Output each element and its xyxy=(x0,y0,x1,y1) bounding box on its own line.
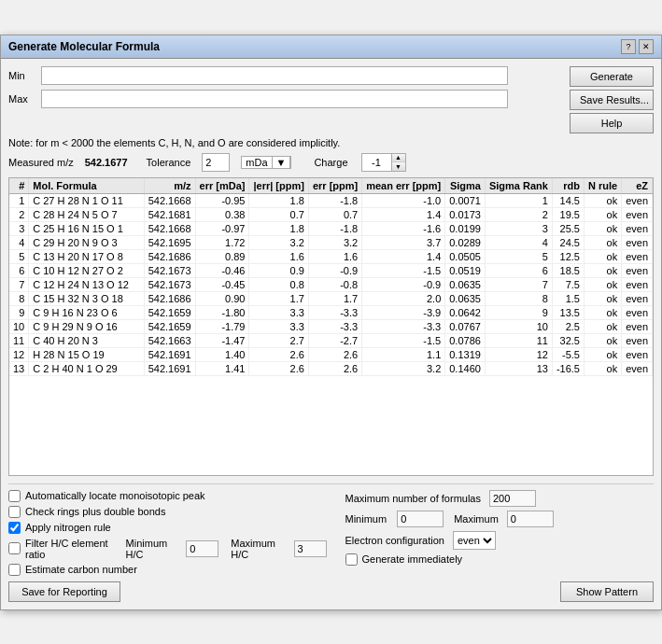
minimum-input[interactable] xyxy=(397,511,444,527)
table-cell: even xyxy=(622,221,653,235)
table-cell: 12 xyxy=(9,347,29,361)
table-cell: 3 xyxy=(485,221,552,235)
table-row[interactable]: 1C 27 H 28 N 1 O 11542.1668-0.951.8-1.8-… xyxy=(9,193,653,207)
table-cell: 1.6 xyxy=(308,249,361,263)
table-cell: 13.5 xyxy=(552,305,584,319)
charge-spinner[interactable]: ▲ ▼ xyxy=(361,153,406,172)
table-cell: 11 xyxy=(9,333,29,347)
rings-double-checkbox[interactable] xyxy=(8,506,21,518)
rings-double-option: Check rings plus double bonds xyxy=(8,506,327,518)
unit-dropdown-arrow[interactable]: ▼ xyxy=(273,157,291,168)
table-cell: ok xyxy=(584,249,621,263)
table-cell: 0.38 xyxy=(195,207,249,221)
col-header-rdb: rdb xyxy=(552,178,584,194)
charge-input[interactable] xyxy=(361,153,391,172)
save-results-button[interactable]: Save Results... xyxy=(570,90,654,110)
table-cell: even xyxy=(622,249,653,263)
table-cell: C 40 H 20 N 3 xyxy=(29,333,144,347)
save-reporting-button[interactable]: Save for Reporting xyxy=(8,581,120,602)
table-cell: -0.9 xyxy=(362,277,445,291)
table-cell: 0.0786 xyxy=(445,333,486,347)
tolerance-input[interactable] xyxy=(202,153,230,172)
table-row[interactable]: 3C 25 H 16 N 15 O 1542.1668-0.971.8-1.8-… xyxy=(9,221,653,235)
content-area: Min Max Generate Save Results... Help No… xyxy=(1,59,661,609)
params-row: Measured m/z 542.1677 Tolerance mDa ▼ Ch… xyxy=(8,153,654,172)
table-row[interactable]: 6C 10 H 12 N 27 O 2542.1673-0.460.9-0.9-… xyxy=(9,263,653,277)
table-cell: ok xyxy=(584,291,621,305)
show-pattern-button[interactable]: Show Pattern xyxy=(560,581,654,602)
table-cell: -1.47 xyxy=(195,333,249,347)
table-cell: -1.5 xyxy=(362,333,445,347)
maximum-input[interactable] xyxy=(507,511,554,527)
table-cell: 542.1691 xyxy=(144,347,195,361)
generate-button[interactable]: Generate xyxy=(570,66,654,87)
filter-hc-checkbox[interactable] xyxy=(8,542,21,554)
table-cell: 1.41 xyxy=(195,361,249,375)
options-section: Automatically locate monoisotopic peak C… xyxy=(8,483,654,576)
table-cell: 3.2 xyxy=(362,361,445,375)
generate-immediately-checkbox[interactable] xyxy=(345,553,358,566)
min-hc-input[interactable] xyxy=(186,540,218,557)
table-row[interactable]: 9C 9 H 16 N 23 O 6542.1659-1.803.3-3.3-3… xyxy=(9,305,653,319)
table-row[interactable]: 5C 13 H 20 N 17 O 8542.16860.891.61.61.4… xyxy=(9,249,653,263)
max-input[interactable] xyxy=(41,90,508,108)
table-row[interactable]: 12H 28 N 15 O 19542.16911.402.62.61.10.1… xyxy=(9,347,653,361)
window-title: Generate Molecular Formula xyxy=(8,40,160,53)
table-cell: 1.1 xyxy=(362,347,445,361)
table-cell: 10 xyxy=(9,319,29,333)
help-button[interactable]: Help xyxy=(570,113,654,133)
table-cell: 4 xyxy=(485,235,552,249)
apply-nitrogen-label[interactable]: Apply nitrogen rule xyxy=(25,522,111,533)
rings-double-label[interactable]: Check rings plus double bonds xyxy=(25,506,165,517)
table-cell: C 9 H 29 N 9 O 16 xyxy=(29,319,144,333)
min-input[interactable] xyxy=(41,66,508,85)
results-table-wrapper: # Mol. Formula m/z err [mDa] |err| [ppm]… xyxy=(8,177,654,476)
table-cell: C 10 H 12 N 27 O 2 xyxy=(29,263,144,277)
max-hc-input[interactable] xyxy=(294,540,327,557)
table-cell: -1.8 xyxy=(308,221,361,235)
table-cell: 1.72 xyxy=(195,235,249,249)
charge-down-arrow[interactable]: ▼ xyxy=(392,162,405,171)
apply-nitrogen-checkbox[interactable] xyxy=(8,522,21,534)
estimate-carbon-checkbox[interactable] xyxy=(8,564,21,576)
estimate-carbon-label[interactable]: Estimate carbon number xyxy=(25,564,137,575)
table-row[interactable]: 7C 12 H 24 N 13 O 12542.1673-0.450.8-0.8… xyxy=(9,277,653,291)
table-row[interactable]: 8C 15 H 32 N 3 O 18542.16860.901.71.72.0… xyxy=(9,291,653,305)
bottom-buttons: Save for Reporting Show Pattern xyxy=(8,581,654,602)
table-cell: 3.7 xyxy=(362,235,445,249)
table-cell: 0.0173 xyxy=(445,207,486,221)
close-titlebar-btn[interactable]: ✕ xyxy=(639,39,654,54)
table-cell: 1.7 xyxy=(308,291,361,305)
table-row[interactable]: 10C 9 H 29 N 9 O 16542.1659-1.793.3-3.3-… xyxy=(9,319,653,333)
table-row[interactable]: 11C 40 H 20 N 3542.1663-1.472.7-2.7-1.50… xyxy=(9,333,653,347)
unit-select[interactable]: mDa ▼ xyxy=(241,156,291,169)
table-cell: 0.0505 xyxy=(445,249,486,263)
min-hc-label: Minimum H/C xyxy=(126,538,178,560)
table-cell: even xyxy=(622,277,653,291)
max-formulas-row: Maximum number of formulas xyxy=(345,490,655,507)
table-cell: -0.8 xyxy=(308,277,361,291)
table-cell: -1.6 xyxy=(362,221,445,235)
table-cell: -1.79 xyxy=(195,319,249,333)
generate-immediately-label[interactable]: Generate immediately xyxy=(362,553,463,565)
filter-hc-label[interactable]: Filter H/C element ratio xyxy=(25,538,114,560)
table-cell: 3.2 xyxy=(308,235,361,249)
electron-config-select[interactable]: even odd any xyxy=(453,531,496,550)
table-cell: 18.5 xyxy=(552,263,584,277)
apply-nitrogen-option: Apply nitrogen rule xyxy=(8,522,327,534)
table-cell: C 27 H 28 N 1 O 11 xyxy=(29,193,144,207)
auto-locate-label[interactable]: Automatically locate monoisotopic peak xyxy=(25,490,205,501)
table-row[interactable]: 2C 28 H 24 N 5 O 7542.16810.380.70.71.40… xyxy=(9,207,653,221)
col-header-err-mda: err [mDa] xyxy=(195,178,249,194)
charge-up-arrow[interactable]: ▲ xyxy=(392,154,405,163)
table-cell: 10 xyxy=(485,319,552,333)
table-row[interactable]: 13C 2 H 40 N 1 O 29542.16911.412.62.63.2… xyxy=(9,361,653,375)
table-row[interactable]: 4C 29 H 20 N 9 O 3542.16951.723.23.23.70… xyxy=(9,235,653,249)
help-titlebar-btn[interactable]: ? xyxy=(621,39,636,54)
table-cell: 3.3 xyxy=(249,305,308,319)
table-cell: 2.6 xyxy=(249,361,308,375)
auto-locate-checkbox[interactable] xyxy=(8,490,21,502)
table-cell: even xyxy=(622,333,653,347)
table-cell: H 28 N 15 O 19 xyxy=(29,347,144,361)
max-formulas-input[interactable] xyxy=(489,490,536,507)
